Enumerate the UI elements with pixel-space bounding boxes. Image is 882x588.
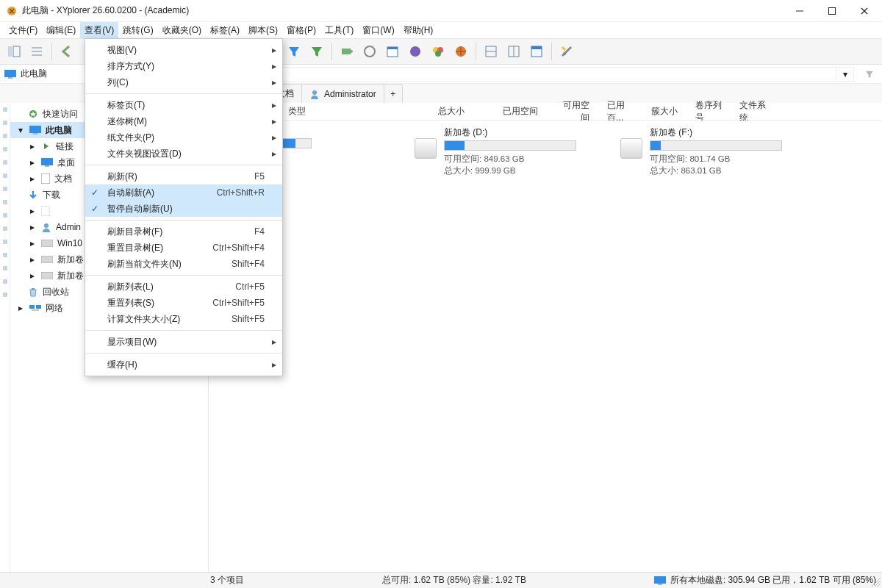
svg-point-21	[350, 50, 353, 53]
menu-view-tabpage[interactable]: 标签页(T)▸	[85, 97, 282, 113]
close-button[interactable]	[848, 0, 881, 22]
view-menu-dropdown: 视图(V)▸ 排序方式(Y)▸ 列(C)▸ 标签页(T)▸ 迷你树(M)▸ 纸文…	[85, 38, 283, 376]
svg-rect-55	[41, 173, 50, 184]
split-h-icon[interactable]	[480, 40, 502, 62]
back-icon[interactable]	[56, 40, 78, 62]
svg-rect-53	[41, 158, 53, 165]
menu-edit[interactable]: 编辑(E)	[42, 22, 80, 38]
menu-view-showitems[interactable]: 显示项目(W)▸	[85, 334, 282, 350]
calendar-icon[interactable]	[381, 40, 404, 62]
svg-rect-58	[41, 240, 53, 247]
tab-3-label: Administrator	[324, 89, 376, 99]
menu-panes[interactable]: 窗格(P)	[282, 22, 320, 38]
menu-window[interactable]: 窗口(W)	[358, 22, 398, 38]
menu-view-resetlist[interactable]: 重置列表(S)Ctrl+Shift+F5	[85, 295, 282, 311]
drives-view: 0Prox64 (C:) 空间: 16.86 GB 小: 111.18 GB 新…	[209, 121, 882, 572]
drive-d[interactable]: 新加卷 (D:) 可用空间: 849.63 GB 总大小: 999.99 GB	[415, 126, 576, 176]
svg-rect-24	[387, 47, 398, 49]
menu-scripts[interactable]: 脚本(S)	[244, 22, 282, 38]
svg-rect-52	[33, 133, 37, 135]
circle-grey-icon[interactable]	[359, 40, 381, 62]
svg-rect-56	[41, 206, 50, 216]
svg-rect-4	[13, 46, 20, 57]
menu-tags[interactable]: 标签(A)	[206, 22, 244, 38]
status-bar: 3 个项目 总可用: 1.62 TB (85%) 容量: 1.92 TB 所有本…	[0, 572, 882, 588]
title-bar: 此电脑 - XYplorer 26.60.0200 - (Academic)	[0, 0, 882, 22]
tag-green-icon[interactable]	[336, 40, 358, 62]
menu-bar: 文件(F) 编辑(E) 查看(V) 跳转(G) 收藏夹(O) 标签(A) 脚本(…	[0, 22, 882, 38]
menu-view-autorefresh[interactable]: 自动刷新(A)Ctrl+Shift+R	[85, 184, 282, 201]
svg-rect-65	[654, 576, 666, 584]
svg-rect-3	[8, 46, 12, 57]
menu-view-refreshtree[interactable]: 刷新目录树(F)F4	[85, 223, 282, 240]
maximize-button[interactable]	[816, 0, 848, 22]
svg-rect-59	[41, 256, 53, 263]
col-used[interactable]: 已用空间	[473, 105, 547, 118]
menu-view-suspend[interactable]: 暂停自动刷新(U)	[85, 201, 282, 217]
drive-f[interactable]: 新加卷 (F:) 可用空间: 801.74 GB 总大小: 863.01 GB	[620, 126, 782, 176]
monitor-icon	[654, 576, 666, 585]
menu-view-fvsettings[interactable]: 文件夹视图设置(D)▸	[85, 146, 282, 162]
menu-tools[interactable]: 工具(T)	[320, 22, 358, 38]
app-icon	[6, 5, 18, 17]
menu-view-paperfolder[interactable]: 纸文件夹(P)▸	[85, 129, 282, 146]
col-cluster[interactable]: 簇大小	[642, 105, 686, 118]
purple-icon[interactable]	[404, 40, 426, 62]
svg-rect-20	[342, 49, 351, 54]
svg-rect-60	[41, 272, 53, 279]
col-size[interactable]: 总大小	[385, 105, 473, 118]
chevron-down-icon[interactable]: ▾	[16, 126, 25, 135]
menu-goto[interactable]: 跳转(G)	[118, 22, 157, 38]
left-gutter	[0, 103, 10, 572]
settings-icon[interactable]	[556, 40, 578, 62]
svg-rect-62	[29, 305, 35, 309]
chevron-right-icon[interactable]: ▸	[28, 142, 37, 151]
menu-view-columns[interactable]: 列(C)▸	[85, 74, 282, 90]
svg-rect-66	[658, 584, 662, 585]
svg-point-28	[435, 51, 441, 57]
layout-icon[interactable]	[526, 40, 548, 62]
menu-view-minitree[interactable]: 迷你树(M)▸	[85, 113, 282, 129]
menu-file[interactable]: 文件(F)	[4, 22, 42, 38]
svg-rect-54	[45, 165, 49, 167]
ball-icon[interactable]	[450, 40, 472, 62]
split-v-icon[interactable]	[503, 40, 525, 62]
menu-view-resettree[interactable]: 重置目录树(E)Ctrl+Shift+F4	[85, 240, 282, 256]
filter-green-icon[interactable]	[306, 40, 328, 62]
address-filter-icon[interactable]	[857, 65, 882, 83]
menu-view[interactable]: 查看(V)	[80, 22, 118, 38]
resize-grip-icon[interactable]	[872, 578, 881, 587]
status-items: 3 个项目	[210, 574, 244, 587]
column-headers[interactable]: 类型 总大小 已用空间 可用空间 已用百... 簇大小 卷序列号 文件系统	[209, 103, 882, 121]
colors-icon[interactable]	[427, 40, 449, 62]
toggle-tree-icon[interactable]	[3, 40, 25, 62]
drive-icon	[415, 138, 437, 159]
filter-icon[interactable]	[283, 40, 305, 62]
svg-point-57	[44, 223, 49, 228]
drive-d-size: 总大小: 999.99 GB	[444, 165, 576, 176]
menu-favorites[interactable]: 收藏夹(O)	[158, 22, 206, 38]
drive-f-name: 新加卷 (F:)	[650, 126, 782, 139]
drive-d-free: 可用空间: 849.63 GB	[444, 153, 576, 165]
menu-help[interactable]: 帮助(H)	[399, 22, 438, 38]
svg-rect-38	[8, 77, 12, 79]
svg-point-22	[365, 46, 375, 57]
chevron-right-icon: ▸	[272, 45, 276, 55]
address-dropdown-icon[interactable]: ▾	[836, 67, 854, 82]
tab-3[interactable]: Administrator	[301, 84, 384, 103]
menu-view-refreshlist[interactable]: 刷新列表(L)Ctrl+F5	[85, 279, 282, 295]
menu-view-sort[interactable]: 排序方式(Y)▸	[85, 58, 282, 74]
tab-add[interactable]: +	[384, 84, 403, 103]
menu-view-calcsize[interactable]: 计算文件夹大小(Z)Shift+F5	[85, 311, 282, 327]
svg-rect-35	[531, 46, 542, 49]
address-root-label: 此电脑	[21, 68, 47, 80]
list-mode-icon[interactable]	[26, 40, 48, 62]
drive-d-name: 新加卷 (D:)	[444, 126, 576, 139]
menu-view-views[interactable]: 视图(V)▸	[85, 42, 282, 58]
menu-view-refreshcur[interactable]: 刷新当前文件夹(N)Shift+F4	[85, 256, 282, 272]
menu-view-refresh[interactable]: 刷新(R)F5	[85, 168, 282, 184]
minimize-button[interactable]	[784, 0, 816, 22]
menu-view-cache[interactable]: 缓存(H)▸	[85, 356, 282, 373]
content-area: 类型 总大小 已用空间 可用空间 已用百... 簇大小 卷序列号 文件系统 0P…	[209, 103, 882, 572]
user-icon	[309, 89, 320, 99]
